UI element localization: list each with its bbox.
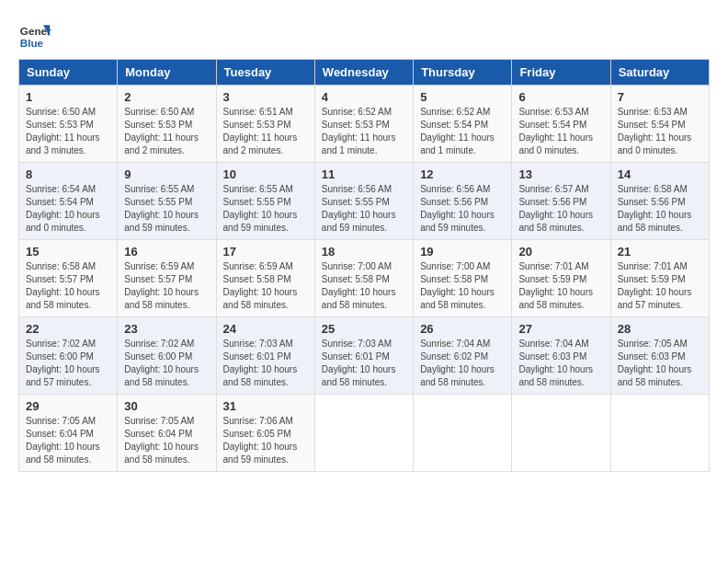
day-number: 26 (420, 322, 505, 336)
weekday-tuesday: Tuesday (216, 60, 314, 86)
day-cell: 8Sunrise: 6:54 AMSunset: 5:54 PMDaylight… (19, 163, 118, 240)
day-detail: Sunrise: 6:52 AMSunset: 5:54 PMDaylight:… (420, 106, 505, 157)
day-cell: 25Sunrise: 7:03 AMSunset: 6:01 PMDayligh… (314, 317, 413, 395)
day-number: 27 (518, 322, 603, 336)
day-cell: 12Sunrise: 6:56 AMSunset: 5:56 PMDayligh… (414, 163, 512, 240)
day-cell: 22Sunrise: 7:02 AMSunset: 6:00 PMDayligh… (19, 317, 118, 395)
logo-icon: General Blue (18, 18, 51, 52)
day-number: 15 (26, 245, 110, 259)
day-detail: Sunrise: 7:03 AMSunset: 6:01 PMDaylight:… (322, 338, 406, 389)
day-number: 10 (223, 167, 308, 181)
day-detail: Sunrise: 6:58 AMSunset: 5:56 PMDaylight:… (618, 183, 702, 235)
day-cell: 15Sunrise: 6:58 AMSunset: 5:57 PMDayligh… (19, 240, 118, 317)
day-number: 29 (26, 399, 110, 413)
day-cell: 21Sunrise: 7:01 AMSunset: 5:59 PMDayligh… (610, 240, 709, 317)
day-detail: Sunrise: 7:05 AMSunset: 6:04 PMDaylight:… (124, 415, 209, 466)
day-detail: Sunrise: 6:51 AMSunset: 5:53 PMDaylight:… (223, 106, 308, 157)
day-number: 2 (124, 90, 209, 104)
week-row-5: 29Sunrise: 7:05 AMSunset: 6:04 PMDayligh… (19, 395, 710, 472)
day-detail: Sunrise: 6:54 AMSunset: 5:54 PMDaylight:… (26, 183, 110, 235)
day-number: 18 (322, 245, 406, 259)
day-detail: Sunrise: 6:50 AMSunset: 5:53 PMDaylight:… (124, 106, 209, 157)
day-cell: 27Sunrise: 7:04 AMSunset: 6:03 PMDayligh… (512, 317, 610, 395)
day-cell (314, 395, 413, 472)
day-number: 14 (618, 167, 702, 181)
day-cell: 7Sunrise: 6:53 AMSunset: 5:54 PMDaylight… (610, 86, 709, 163)
week-row-4: 22Sunrise: 7:02 AMSunset: 6:00 PMDayligh… (19, 317, 710, 395)
calendar-table: SundayMondayTuesdayWednesdayThursdayFrid… (18, 59, 710, 472)
week-row-2: 8Sunrise: 6:54 AMSunset: 5:54 PMDaylight… (19, 163, 710, 240)
header: General Blue (18, 18, 710, 52)
day-detail: Sunrise: 6:57 AMSunset: 5:56 PMDaylight:… (518, 183, 603, 235)
weekday-thursday: Thursday (414, 60, 512, 86)
day-number: 28 (618, 322, 702, 336)
day-detail: Sunrise: 7:05 AMSunset: 6:03 PMDaylight:… (618, 338, 702, 389)
day-detail: Sunrise: 7:00 AMSunset: 5:58 PMDaylight:… (420, 260, 505, 312)
day-cell (414, 395, 512, 472)
day-cell: 5Sunrise: 6:52 AMSunset: 5:54 PMDaylight… (414, 86, 512, 163)
day-number: 23 (124, 322, 209, 336)
day-detail: Sunrise: 6:59 AMSunset: 5:58 PMDaylight:… (223, 260, 308, 312)
day-detail: Sunrise: 6:50 AMSunset: 5:53 PMDaylight:… (26, 106, 110, 157)
day-detail: Sunrise: 7:04 AMSunset: 6:03 PMDaylight:… (518, 338, 603, 389)
day-number: 4 (322, 90, 406, 104)
day-number: 19 (420, 245, 505, 259)
day-number: 25 (322, 322, 406, 336)
day-detail: Sunrise: 7:06 AMSunset: 6:05 PMDaylight:… (223, 415, 308, 466)
day-cell: 26Sunrise: 7:04 AMSunset: 6:02 PMDayligh… (414, 317, 512, 395)
day-number: 9 (124, 167, 209, 181)
day-number: 24 (223, 322, 308, 336)
day-detail: Sunrise: 7:01 AMSunset: 5:59 PMDaylight:… (518, 260, 603, 312)
day-cell: 28Sunrise: 7:05 AMSunset: 6:03 PMDayligh… (610, 317, 709, 395)
day-cell: 14Sunrise: 6:58 AMSunset: 5:56 PMDayligh… (610, 163, 709, 240)
day-number: 17 (223, 245, 308, 259)
day-cell: 6Sunrise: 6:53 AMSunset: 5:54 PMDaylight… (512, 86, 610, 163)
day-number: 16 (124, 245, 209, 259)
day-cell: 19Sunrise: 7:00 AMSunset: 5:58 PMDayligh… (414, 240, 512, 317)
day-number: 22 (26, 322, 110, 336)
day-cell: 23Sunrise: 7:02 AMSunset: 6:00 PMDayligh… (118, 317, 216, 395)
weekday-monday: Monday (118, 60, 216, 86)
day-cell: 31Sunrise: 7:06 AMSunset: 6:05 PMDayligh… (216, 395, 314, 472)
day-cell: 2Sunrise: 6:50 AMSunset: 5:53 PMDaylight… (118, 86, 216, 163)
weekday-saturday: Saturday (610, 60, 709, 86)
day-number: 7 (618, 90, 702, 104)
day-detail: Sunrise: 7:01 AMSunset: 5:59 PMDaylight:… (618, 260, 702, 312)
day-detail: Sunrise: 7:05 AMSunset: 6:04 PMDaylight:… (26, 415, 110, 466)
day-cell: 3Sunrise: 6:51 AMSunset: 5:53 PMDaylight… (216, 86, 314, 163)
day-detail: Sunrise: 7:00 AMSunset: 5:58 PMDaylight:… (322, 260, 406, 312)
day-number: 30 (124, 399, 209, 413)
day-detail: Sunrise: 6:52 AMSunset: 5:53 PMDaylight:… (322, 106, 406, 157)
day-cell: 10Sunrise: 6:55 AMSunset: 5:55 PMDayligh… (216, 163, 314, 240)
day-number: 8 (26, 167, 110, 181)
day-detail: Sunrise: 7:02 AMSunset: 6:00 PMDaylight:… (26, 338, 110, 389)
day-cell (610, 395, 709, 472)
day-number: 31 (223, 399, 308, 413)
weekday-friday: Friday (512, 60, 610, 86)
day-number: 1 (26, 90, 110, 104)
day-cell: 30Sunrise: 7:05 AMSunset: 6:04 PMDayligh… (118, 395, 216, 472)
day-cell: 11Sunrise: 6:56 AMSunset: 5:55 PMDayligh… (314, 163, 413, 240)
week-row-3: 15Sunrise: 6:58 AMSunset: 5:57 PMDayligh… (19, 240, 710, 317)
page-container: General Blue SundayMondayTuesdayWednesda… (18, 18, 710, 472)
day-detail: Sunrise: 6:53 AMSunset: 5:54 PMDaylight:… (518, 106, 603, 157)
day-cell: 20Sunrise: 7:01 AMSunset: 5:59 PMDayligh… (512, 240, 610, 317)
day-cell (512, 395, 610, 472)
day-number: 6 (518, 90, 603, 104)
day-cell: 1Sunrise: 6:50 AMSunset: 5:53 PMDaylight… (19, 86, 118, 163)
day-cell: 17Sunrise: 6:59 AMSunset: 5:58 PMDayligh… (216, 240, 314, 317)
weekday-wednesday: Wednesday (314, 60, 413, 86)
day-cell: 4Sunrise: 6:52 AMSunset: 5:53 PMDaylight… (314, 86, 413, 163)
day-number: 21 (618, 245, 702, 259)
day-detail: Sunrise: 6:55 AMSunset: 5:55 PMDaylight:… (223, 183, 308, 235)
logo: General Blue (18, 18, 55, 52)
day-detail: Sunrise: 6:59 AMSunset: 5:57 PMDaylight:… (124, 260, 209, 312)
day-number: 11 (322, 167, 406, 181)
day-cell: 9Sunrise: 6:55 AMSunset: 5:55 PMDaylight… (118, 163, 216, 240)
day-cell: 16Sunrise: 6:59 AMSunset: 5:57 PMDayligh… (118, 240, 216, 317)
day-detail: Sunrise: 6:56 AMSunset: 5:55 PMDaylight:… (322, 183, 406, 235)
day-number: 13 (518, 167, 603, 181)
day-detail: Sunrise: 6:55 AMSunset: 5:55 PMDaylight:… (124, 183, 209, 235)
day-detail: Sunrise: 7:03 AMSunset: 6:01 PMDaylight:… (223, 338, 308, 389)
day-number: 20 (518, 245, 603, 259)
